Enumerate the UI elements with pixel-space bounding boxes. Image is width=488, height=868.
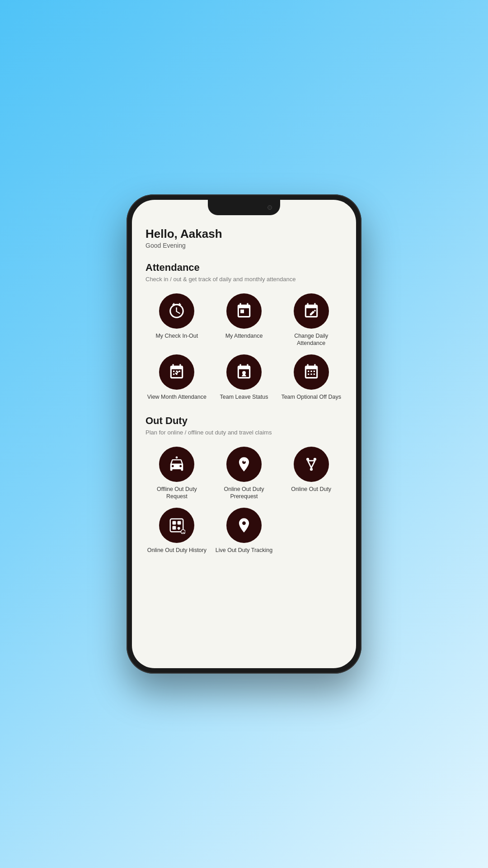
- svg-line-8: [311, 461, 315, 468]
- team-leave-status-label: Team Leave Status: [220, 393, 268, 401]
- online-out-duty-label: Online Out Duty: [291, 486, 331, 493]
- outduty-section: Out Duty Plan for online / offline out d…: [145, 415, 343, 554]
- outduty-title: Out Duty: [145, 415, 343, 427]
- sidebar-item-online-out-duty[interactable]: Online Out Duty: [280, 447, 343, 500]
- online-out-duty-icon: [303, 456, 320, 473]
- view-month-attendance-icon-circle: [159, 354, 194, 390]
- online-out-duty-history-label: Online Out Duty History: [147, 547, 206, 554]
- svg-point-0: [242, 371, 246, 374]
- attendance-grid: My Check In-Out My Attendance: [145, 293, 343, 401]
- sidebar-item-change-daily-attendance[interactable]: Change Daily Attendance: [280, 293, 343, 347]
- live-out-duty-tracking-icon-circle: [226, 508, 262, 543]
- sidebar-item-team-optional-off-days[interactable]: Team Optional Off Days: [280, 354, 343, 401]
- offline-out-duty-request-icon: [168, 456, 185, 473]
- team-leave-status-icon-circle: [226, 354, 262, 390]
- greeting-sub: Good Evening: [145, 242, 343, 249]
- sidebar-item-online-out-duty-history[interactable]: ⟲ Online Out Duty History: [145, 508, 208, 554]
- svg-point-1: [176, 457, 178, 459]
- team-optional-off-days-label: Team Optional Off Days: [281, 393, 341, 401]
- online-out-duty-icon-circle: [294, 447, 329, 482]
- check-in-out-icon: [168, 302, 185, 320]
- offline-out-duty-request-label: Offline Out Duty Request: [145, 486, 208, 500]
- sidebar-item-online-out-duty-prerequest[interactable]: Online Out Duty Prerequest: [213, 447, 276, 500]
- team-optional-off-days-icon: [303, 363, 320, 381]
- attendance-title: Attendance: [145, 262, 343, 274]
- svg-rect-13: [173, 526, 176, 529]
- camera-icon: [267, 205, 272, 210]
- sidebar-item-team-leave-status[interactable]: Team Leave Status: [213, 354, 276, 401]
- phone-screen: Hello, Aakash Good Evening Attendance Ch…: [132, 200, 356, 668]
- change-daily-attendance-icon: [303, 302, 320, 320]
- online-out-duty-prerequest-icon-circle: [226, 447, 262, 482]
- change-daily-attendance-label: Change Daily Attendance: [280, 332, 343, 347]
- online-out-duty-history-icon-circle: ⟲: [159, 508, 194, 543]
- attendance-section: Attendance Check in / out & get track of…: [145, 262, 343, 401]
- my-attendance-label: My Attendance: [225, 332, 263, 340]
- outduty-grid: Offline Out Duty Request Online Out Duty…: [145, 447, 343, 554]
- live-out-duty-tracking-icon: [235, 517, 253, 534]
- offline-out-duty-request-icon-circle: [159, 447, 194, 482]
- my-attendance-icon-circle: [226, 293, 262, 329]
- team-optional-off-days-icon-circle: [294, 354, 329, 390]
- view-month-attendance-label: View Month Attendance: [147, 393, 206, 401]
- screen-content: Hello, Aakash Good Evening Attendance Ch…: [132, 200, 356, 668]
- svg-point-16: [243, 522, 245, 524]
- change-daily-attendance-icon-circle: [294, 293, 329, 329]
- my-check-in-out-icon-circle: [159, 293, 194, 329]
- sidebar-item-live-out-duty-tracking[interactable]: Live Out Duty Tracking: [213, 508, 276, 554]
- online-out-duty-prerequest-icon: [235, 456, 253, 473]
- svg-line-7: [308, 461, 311, 468]
- outduty-desc: Plan for online / offline out duty and t…: [145, 429, 343, 437]
- svg-point-6: [310, 468, 312, 471]
- notch: [208, 200, 280, 215]
- svg-rect-12: [178, 521, 181, 524]
- phone-frame: Hello, Aakash Good Evening Attendance Ch…: [127, 194, 361, 674]
- view-month-attendance-icon: [168, 363, 185, 381]
- svg-rect-11: [173, 521, 176, 524]
- live-out-duty-tracking-label: Live Out Duty Tracking: [216, 547, 272, 554]
- sidebar-item-my-attendance[interactable]: My Attendance: [213, 293, 276, 347]
- my-attendance-icon: [235, 302, 253, 320]
- online-out-duty-prerequest-label: Online Out Duty Prerequest: [213, 486, 276, 500]
- my-check-in-out-label: My Check In-Out: [155, 332, 198, 340]
- sidebar-item-offline-out-duty-request[interactable]: Offline Out Duty Request: [145, 447, 208, 500]
- attendance-desc: Check in / out & get track of daily and …: [145, 275, 343, 283]
- online-out-duty-history-icon: ⟲: [168, 517, 185, 534]
- svg-rect-10: [170, 519, 183, 532]
- team-leave-status-icon: [235, 363, 253, 381]
- greeting-name: Hello, Aakash: [145, 227, 343, 241]
- sidebar-item-view-month-attendance[interactable]: View Month Attendance: [145, 354, 208, 401]
- sidebar-item-my-check-in-out[interactable]: My Check In-Out: [145, 293, 208, 347]
